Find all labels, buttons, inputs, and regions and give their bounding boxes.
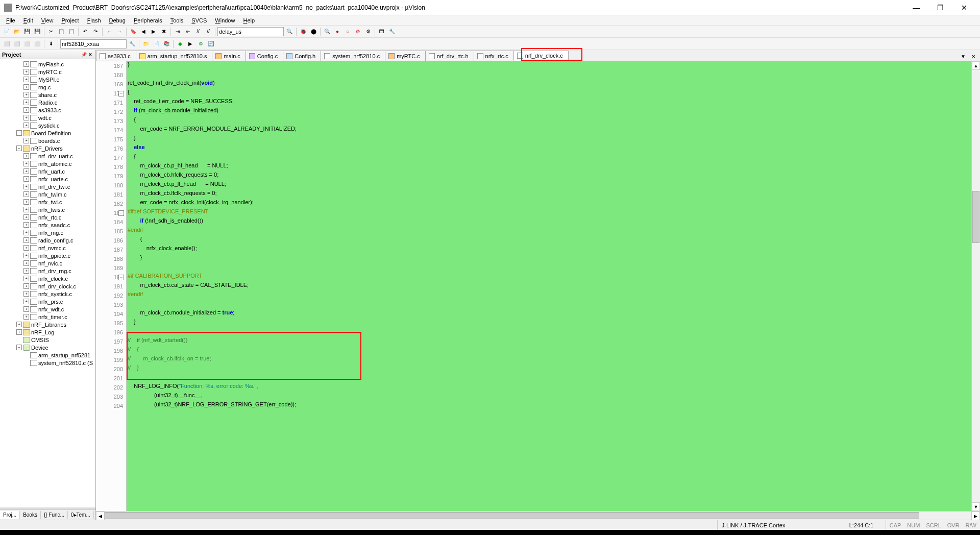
- tree-item[interactable]: +nrfx_clock.c: [0, 275, 95, 282]
- editor-tab[interactable]: nrf_drv_rtc.h: [425, 51, 474, 61]
- scrollbar-horizontal[interactable]: ◀ ▶: [96, 511, 980, 520]
- tree-item[interactable]: +nrf_drv_rng.c: [0, 267, 95, 275]
- code-line[interactable]: // }: [127, 364, 971, 374]
- code-line[interactable]: }: [127, 254, 971, 263]
- code-line[interactable]: ret_code_t err_code = NRF_SUCCESS;: [127, 98, 971, 107]
- code-line[interactable]: m_clock_cb.module_initialized = true;: [127, 309, 971, 319]
- nav-back-icon[interactable]: ←: [105, 27, 114, 36]
- tree-item[interactable]: +nrfx_atomic.c: [0, 160, 95, 167]
- expand-icon[interactable]: +: [23, 176, 29, 182]
- expand-icon[interactable]: +: [23, 306, 29, 312]
- panel-close-icon[interactable]: ✕: [87, 52, 93, 58]
- tree-item[interactable]: +nrfx_saadc.c: [0, 221, 95, 229]
- editor-tab[interactable]: nrfx_rtc.c: [474, 51, 514, 61]
- code-line[interactable]: // m_clock_cb.lfclk_on = true;: [127, 355, 971, 364]
- tree-item[interactable]: +wdt.c: [0, 114, 95, 121]
- tab-dropdown-icon[interactable]: ▼: [959, 52, 968, 61]
- bookmark-icon[interactable]: 🔖: [129, 27, 138, 36]
- breakpoint-icon[interactable]: ⬤: [309, 27, 318, 36]
- expand-icon[interactable]: +: [23, 184, 29, 189]
- code-line[interactable]: (uint32_t)NRF_LOG_ERROR_STRING_GET(err_c…: [127, 401, 971, 410]
- bookmark-next-icon[interactable]: ▶: [149, 27, 158, 36]
- config-icon[interactable]: ⚙: [363, 27, 373, 36]
- menu-tools[interactable]: Tools: [166, 16, 188, 25]
- maximize-button[interactable]: ❐: [928, 1, 952, 15]
- outdent-icon[interactable]: ⇤: [183, 27, 192, 36]
- expand-icon[interactable]: +: [23, 268, 29, 274]
- expand-icon[interactable]: +: [23, 314, 29, 320]
- scroll-right-icon[interactable]: ▶: [971, 512, 980, 520]
- expand-icon[interactable]: +: [23, 276, 29, 281]
- arrow-icon[interactable]: ▶: [186, 39, 195, 48]
- code-line[interactable]: [127, 70, 971, 80]
- editor-tab[interactable]: nrf_drv_clock.c: [513, 51, 569, 61]
- code-line[interactable]: m_clock_cb.hfclk_requests = 0;: [127, 172, 971, 181]
- kill-icon[interactable]: ⊘: [353, 27, 362, 36]
- tree-item[interactable]: +nrfx_gpiote.c: [0, 252, 95, 259]
- bookmark-clear-icon[interactable]: ✖: [159, 27, 168, 36]
- find-combo[interactable]: [217, 27, 284, 36]
- code-body[interactable]: }ret_code_t nrf_drv_clock_init(void){ re…: [127, 61, 971, 511]
- expand-icon[interactable]: +: [23, 207, 29, 212]
- editor-tab[interactable]: as3933.c: [96, 51, 136, 61]
- tree-item[interactable]: +nrfx_twi.c: [0, 198, 95, 206]
- code-line[interactable]: [127, 328, 971, 337]
- expand-icon[interactable]: +: [23, 107, 29, 113]
- expand-icon[interactable]: +: [23, 291, 29, 297]
- expand-icon[interactable]: +: [23, 61, 29, 67]
- expand-icon[interactable]: +: [23, 260, 29, 266]
- tree-item[interactable]: +Radio.c: [0, 99, 95, 106]
- scroll-thumb-v[interactable]: [972, 191, 979, 243]
- code-line[interactable]: }: [127, 135, 971, 144]
- new-file-icon[interactable]: 📄: [2, 27, 11, 36]
- menu-debug[interactable]: Debug: [105, 16, 130, 25]
- fold-minus-icon[interactable]: −: [118, 210, 124, 216]
- tree-item[interactable]: +nrfx_wdt.c: [0, 305, 95, 313]
- minimize-button[interactable]: —: [904, 1, 928, 15]
- expand-icon[interactable]: +: [23, 253, 29, 258]
- code-line[interactable]: #endif: [127, 227, 971, 236]
- expand-icon[interactable]: +: [23, 245, 29, 251]
- expand-icon[interactable]: +: [23, 191, 29, 197]
- uncomment-icon[interactable]: //: [204, 27, 213, 36]
- code-line[interactable]: {: [127, 116, 971, 126]
- menu-file[interactable]: File: [2, 16, 19, 25]
- code-line[interactable]: {: [127, 89, 971, 98]
- expand-icon[interactable]: +: [23, 77, 29, 82]
- tree-item[interactable]: −Board Definition: [0, 129, 95, 137]
- books-icon[interactable]: 📚: [162, 39, 171, 48]
- run-red-icon[interactable]: ●: [333, 27, 342, 36]
- window-icon[interactable]: 🗔: [377, 27, 386, 36]
- code-line[interactable]: [127, 300, 971, 309]
- panel-tab[interactable]: {} Func...: [41, 511, 68, 519]
- refresh-icon[interactable]: 🔄: [206, 39, 215, 48]
- tree-item[interactable]: +myFlash.c: [0, 60, 95, 68]
- code-line[interactable]: #ifdef SOFTDEVICE_PRESENT: [127, 208, 971, 217]
- rebuild-icon[interactable]: ⬜: [22, 39, 32, 48]
- code-line[interactable]: NRF_LOG_INFO("Function: %s, error code: …: [127, 383, 971, 392]
- tree-item[interactable]: −Device: [0, 344, 95, 351]
- code-line[interactable]: #endif: [127, 291, 971, 300]
- panel-tab[interactable]: Books: [20, 511, 41, 519]
- expand-icon[interactable]: +: [23, 123, 29, 128]
- tree-item[interactable]: arm_startup_nrf5281: [0, 351, 95, 359]
- expand-icon[interactable]: +: [23, 222, 29, 228]
- expand-icon[interactable]: +: [23, 237, 29, 243]
- menu-help[interactable]: Help: [239, 16, 259, 25]
- tree-item[interactable]: +systick.c: [0, 121, 95, 129]
- paste-icon[interactable]: 📋: [67, 27, 76, 36]
- tree-item[interactable]: +rng.c: [0, 83, 95, 91]
- code-line[interactable]: {: [127, 153, 971, 162]
- tree-item[interactable]: +myRTC.c: [0, 68, 95, 76]
- editor-tab[interactable]: Config.h: [283, 51, 321, 61]
- tree-item[interactable]: −nRF_Drivers: [0, 144, 95, 152]
- expand-icon[interactable]: +: [23, 283, 29, 289]
- menu-window[interactable]: Window: [211, 16, 239, 25]
- code-line[interactable]: {: [127, 236, 971, 245]
- menu-peripherals[interactable]: Peripherals: [130, 16, 166, 25]
- tree-item[interactable]: +MySPI.c: [0, 76, 95, 83]
- tree-item[interactable]: +nrf_drv_uart.c: [0, 152, 95, 160]
- open-icon[interactable]: 📂: [12, 27, 21, 36]
- manage-icon[interactable]: 📁: [141, 39, 151, 48]
- save-all-icon[interactable]: 💾: [33, 27, 42, 36]
